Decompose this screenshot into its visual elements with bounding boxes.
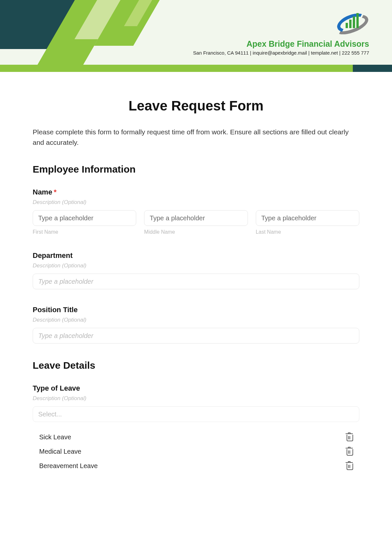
option-label: Medical Leave [39, 448, 81, 455]
trash-icon[interactable] [346, 433, 353, 441]
department-input[interactable] [33, 274, 359, 289]
field-department: Department Description (Optional) [33, 251, 359, 289]
page-title: Leave Request Form [33, 98, 359, 114]
name-description: Description (Optional) [33, 199, 359, 206]
field-name: Name * Description (Optional) First Name… [33, 188, 359, 235]
leave-type-option[interactable]: Sick Leave [33, 430, 359, 444]
logo-bars-icon [346, 12, 359, 28]
first-name-input[interactable] [33, 210, 136, 226]
leave-type-options: Sick Leave Medical Leave Bereavement Lea… [33, 430, 359, 473]
intro-text: Please complete this form to formally re… [33, 127, 359, 147]
header-bottom-bar [0, 65, 392, 72]
first-name-sublabel: First Name [33, 229, 136, 235]
middle-name-input[interactable] [144, 210, 248, 226]
required-marker: * [54, 188, 57, 196]
leave-type-select-placeholder: Select... [38, 411, 62, 418]
leave-type-select[interactable]: Select... [33, 406, 359, 422]
header-bottom-bar-tail [353, 65, 392, 72]
leave-type-option[interactable]: Bereavement Leave [33, 459, 359, 473]
company-name: Apex Bridge Financial Advisors [193, 39, 369, 49]
middle-name-sublabel: Middle Name [144, 229, 248, 235]
field-leave-type: Type of Leave Description (Optional) Sel… [33, 384, 359, 473]
section-employee-info: Employee Information [33, 164, 359, 175]
last-name-sublabel: Last Name [256, 229, 359, 235]
position-label: Position Title [33, 306, 359, 314]
leave-type-description: Description (Optional) [33, 395, 359, 402]
department-description: Description (Optional) [33, 262, 359, 269]
company-contact-line: San Francisco, CA 94111 | inquire@apexbr… [193, 50, 369, 56]
trash-icon[interactable] [346, 447, 353, 455]
option-label: Sick Leave [39, 433, 71, 441]
section-leave-details: Leave Details [33, 360, 359, 371]
company-block: Apex Bridge Financial Advisors San Franc… [193, 10, 369, 56]
option-label: Bereavement Leave [39, 462, 98, 470]
position-input[interactable] [33, 328, 359, 344]
leave-type-option[interactable]: Medical Leave [33, 444, 359, 459]
position-description: Description (Optional) [33, 317, 359, 323]
department-label: Department [33, 251, 359, 260]
trash-icon[interactable] [346, 462, 353, 470]
letterhead: Apex Bridge Financial Advisors San Franc… [0, 0, 392, 72]
last-name-input[interactable] [256, 210, 359, 226]
field-position: Position Title Description (Optional) [33, 306, 359, 344]
name-label: Name [33, 188, 52, 196]
company-logo [333, 10, 369, 36]
leave-type-label: Type of Leave [33, 384, 359, 393]
